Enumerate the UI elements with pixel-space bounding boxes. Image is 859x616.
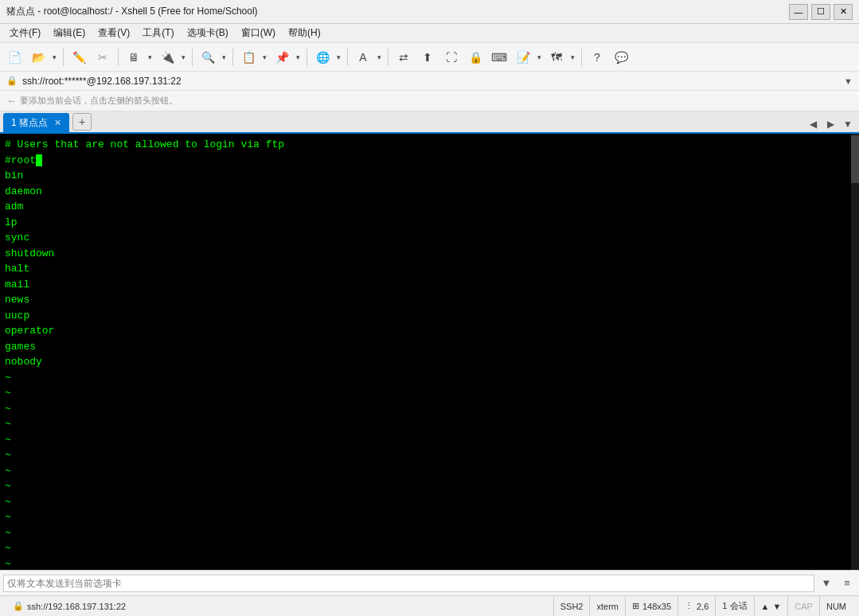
terminal-text: news (5, 292, 29, 308)
tb-globe-btn[interactable]: 🌐 (311, 46, 334, 68)
menu-tools[interactable]: 工具(T) (136, 25, 180, 41)
menu-view[interactable]: 查看(V) (92, 25, 136, 41)
status-bar: 🔒 ssh://192.168.197.131:22 SSH2 xterm ⊞ … (0, 595, 859, 616)
terminal-text: ~ (5, 370, 11, 386)
address-text: ssh://root:******@192.168.197.131:22 (22, 76, 839, 87)
terminal-text: daemon (5, 184, 42, 200)
menu-window[interactable]: 窗口(W) (235, 25, 282, 41)
status-scroll-controls: ▲ ▼ (755, 596, 789, 616)
tb-sep-5 (307, 49, 307, 66)
status-pos-icon: ⋮ (685, 601, 693, 611)
terminal-line-3: daemon (5, 184, 854, 200)
terminal-text: games (5, 339, 36, 355)
tb-paste-btn[interactable]: 📌 (271, 46, 293, 68)
tb-globe-dd[interactable]: ▾ (334, 46, 343, 68)
tb-keyboard-btn[interactable]: ⌨ (488, 46, 510, 68)
tb-cut-btn[interactable]: ✂ (92, 46, 114, 68)
terminal-scrollbar-thumb[interactable] (851, 135, 859, 183)
terminal[interactable]: # Users that are not allowed to login vi… (0, 134, 859, 570)
tb-log-dd[interactable]: ▾ (534, 46, 544, 68)
tb-lock-btn[interactable]: 🔒 (464, 46, 486, 68)
tb-compose-btn[interactable]: 💬 (610, 46, 632, 68)
terminal-line-4: adm (5, 199, 854, 215)
tb-connect-btn[interactable]: 🖥 (123, 46, 145, 68)
terminal-text: lp (5, 215, 18, 231)
tb-font-btn[interactable]: A (352, 46, 374, 68)
send-dropdown-btn[interactable]: ▼ (818, 575, 835, 592)
menu-bar: 文件(F) 编辑(E) 查看(V) 工具(T) 选项卡(B) 窗口(W) 帮助(… (0, 24, 859, 43)
tb-sep-7 (388, 49, 389, 66)
terminal-line-0: # Users that are not allowed to login vi… (5, 137, 854, 153)
bottom-menu-btn[interactable]: ≡ (838, 575, 856, 592)
tb-new-btn[interactable]: 📄 (3, 46, 25, 68)
status-scroll-up-icon[interactable]: ▲ (761, 602, 770, 611)
terminal-line-22: ~ (5, 478, 854, 494)
menu-edit[interactable]: 编辑(E) (47, 25, 92, 41)
tb-map-dd[interactable]: ▾ (568, 46, 577, 68)
hint-bar: ← 要添加当前会话，点击左侧的箭头按钮。 (0, 91, 859, 111)
menu-help[interactable]: 帮助(H) (282, 25, 327, 41)
maximize-button[interactable]: ☐ (811, 4, 830, 20)
terminal-line-11: uucp (5, 308, 854, 324)
content-area: # Users that are not allowed to login vi… (0, 134, 859, 616)
tb-disconnect-group: 🔌 ▾ (156, 46, 188, 68)
terminal-scrollbar[interactable] (851, 134, 859, 570)
terminal-line-17: ~ (5, 401, 854, 417)
tb-sftp-btn[interactable]: ⬆ (416, 46, 439, 68)
status-num: NUM (820, 596, 853, 616)
tab-nav-right[interactable]: ▶ (822, 116, 838, 132)
tb-open-dd[interactable]: ▾ (49, 46, 59, 68)
terminal-text: uucp (5, 308, 29, 324)
tb-copy-dd[interactable]: ▾ (260, 46, 269, 68)
tb-paste-dd[interactable]: ▾ (293, 46, 303, 68)
tb-log-btn[interactable]: 📝 (512, 46, 534, 68)
terminal-line-24: ~ (5, 509, 854, 525)
terminal-text: mail (5, 277, 29, 293)
tb-fullscreen-btn[interactable]: ⛶ (440, 46, 463, 68)
close-button[interactable]: ✕ (834, 4, 853, 20)
tb-disconnect-dd[interactable]: ▾ (178, 46, 188, 68)
status-scroll-down-icon[interactable]: ▼ (772, 602, 781, 611)
status-position: ⋮ 2,6 (678, 596, 716, 616)
tb-copy-group: 📋 ▾ (237, 46, 269, 68)
tb-help-btn[interactable]: ? (586, 46, 608, 68)
tb-font-dd[interactable]: ▾ (374, 46, 384, 68)
tb-search-btn[interactable]: 🔍 (197, 46, 219, 68)
tab-add-button[interactable]: + (72, 113, 92, 131)
tab-nav-left[interactable]: ◀ (805, 116, 821, 132)
tb-connect-dd[interactable]: ▾ (145, 46, 154, 68)
terminal-text: shutdown (5, 246, 54, 262)
tab-item-1[interactable]: 1 猪点点 ✕ (3, 113, 69, 132)
minimize-button[interactable]: — (789, 4, 808, 20)
tb-log-group: 📝 ▾ (512, 46, 544, 68)
tb-search-group: 🔍 ▾ (197, 46, 228, 68)
status-protocol-text: SSH2 (560, 602, 584, 611)
tb-properties-btn[interactable]: ✏️ (68, 46, 90, 68)
send-input[interactable] (3, 575, 814, 592)
status-num-text: NUM (826, 602, 846, 611)
address-dropdown-icon[interactable]: ▼ (844, 76, 853, 86)
terminal-text: ~ (5, 525, 11, 541)
tb-map-btn[interactable]: 🗺 (545, 46, 568, 68)
tb-open-group: 📂 ▾ (27, 46, 59, 68)
tab-close-icon[interactable]: ✕ (54, 118, 61, 128)
menu-tabs[interactable]: 选项卡(B) (181, 25, 235, 41)
tb-sep-2 (118, 49, 119, 66)
terminal-line-25: ~ (5, 525, 854, 541)
status-address: 🔒 ssh://192.168.197.131:22 (6, 596, 554, 616)
tab-label: 1 猪点点 (11, 116, 48, 130)
tb-copy-btn[interactable]: 📋 (237, 46, 260, 68)
terminal-text: # Users that are not allowed to login vi… (5, 137, 284, 153)
terminal-line-26: ~ (5, 540, 854, 556)
tb-open-btn[interactable]: 📂 (27, 46, 49, 68)
terminal-text: halt (5, 261, 29, 277)
tb-sep-4 (232, 49, 233, 66)
tab-nav-menu[interactable]: ▼ (840, 116, 856, 132)
tb-transfer-btn[interactable]: ⇄ (392, 46, 415, 68)
menu-file[interactable]: 文件(F) (3, 25, 47, 41)
tb-disconnect-btn[interactable]: 🔌 (156, 46, 178, 68)
status-pos-text: 2,6 (697, 602, 709, 611)
terminal-line-2: bin (5, 168, 854, 184)
tb-search-dd[interactable]: ▾ (219, 46, 228, 68)
terminal-line-9: mail (5, 277, 854, 293)
